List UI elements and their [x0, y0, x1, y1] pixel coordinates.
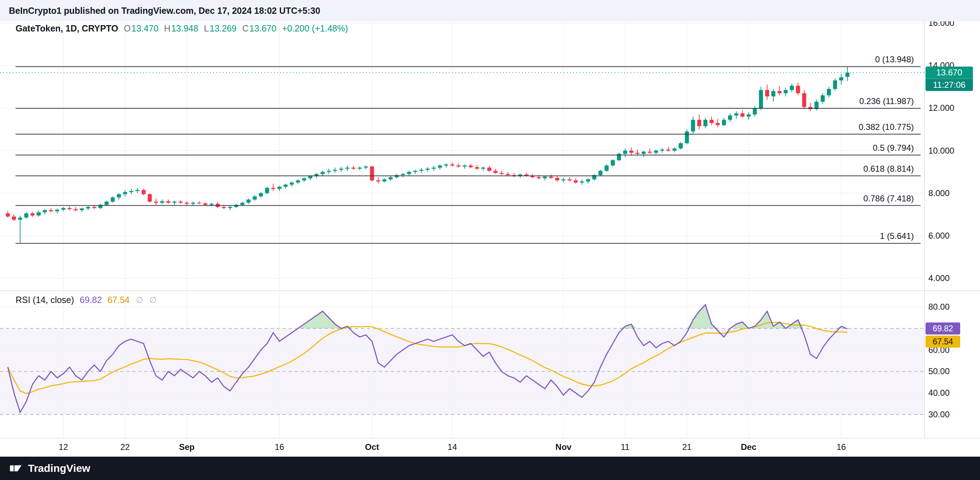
high-label: H — [164, 23, 170, 33]
close-label: C — [242, 23, 249, 33]
last-price-badge: 13.670 11:27:06 — [926, 67, 973, 91]
svg-text:0.382 (10.775): 0.382 (10.775) — [859, 122, 914, 132]
rsi-pane[interactable]: 80.0060.0050.0040.0030.00 — [0, 290, 980, 438]
symbol-title: GateToken, 1D, CRYPTO — [16, 23, 118, 33]
footer-bar: TradingView — [0, 457, 980, 480]
last-price-label: 13.670 — [926, 67, 973, 78]
time-axis-label: 11 — [621, 442, 630, 452]
tradingview-brand: TradingView — [28, 462, 90, 474]
hidden-value-icon[interactable]: ∅ — [150, 295, 157, 305]
time-axis-label: 16 — [836, 442, 846, 452]
svg-text:16.000: 16.000 — [928, 21, 954, 28]
svg-text:0.786 (7.418): 0.786 (7.418) — [863, 194, 914, 203]
tradingview-logo-icon[interactable] — [9, 461, 24, 476]
price-pane[interactable]: 0 (13.948)0.236 (11.987)0.382 (10.775)0.… — [0, 21, 980, 290]
svg-text:6.000: 6.000 — [928, 231, 950, 240]
svg-text:80.00: 80.00 — [928, 302, 950, 311]
time-axis-label: 22 — [120, 442, 130, 452]
publish-text: BeInCrypto1 published on TradingView.com… — [9, 6, 320, 16]
pane-divider[interactable] — [0, 290, 980, 291]
svg-text:12.000: 12.000 — [928, 103, 954, 113]
time-axis-label: Dec — [741, 442, 756, 452]
svg-text:0 (13.948): 0 (13.948) — [875, 54, 914, 64]
svg-text:1 (5.641): 1 (5.641) — [880, 231, 914, 241]
rsi-overbought-fill — [8, 305, 847, 329]
svg-text:50.00: 50.00 — [928, 366, 950, 376]
time-axis-label: 14 — [447, 442, 457, 452]
open-value: 13.470 — [131, 23, 158, 33]
high-group: H13.948 — [164, 23, 199, 33]
open-label: O — [124, 23, 130, 33]
svg-text:4.000: 4.000 — [928, 273, 950, 283]
rsi-ma-legend-value: 67.54 — [108, 295, 130, 305]
publish-banner: BeInCrypto1 published on TradingView.com… — [0, 0, 980, 21]
bar-countdown: 11:27:06 — [926, 78, 973, 91]
rsi-legend-value: 69.82 — [80, 295, 102, 305]
low-label: L — [204, 23, 209, 33]
time-axis[interactable]: 1222Sep16Oct14Nov1121Dec16 — [0, 439, 980, 457]
time-axis-label: 12 — [59, 442, 68, 452]
symbol-legend[interactable]: GateToken, 1D, CRYPTO O13.470 H13.948 L1… — [16, 23, 348, 33]
time-axis-label: Nov — [555, 442, 571, 452]
svg-text:30.00: 30.00 — [928, 410, 950, 419]
rsi-legend[interactable]: RSI (14, close) 69.82 67.54 ∅ ∅ — [16, 295, 157, 305]
price-axis-border — [924, 21, 925, 438]
rsi-legend-title: RSI (14, close) — [16, 295, 74, 305]
change-value: +0.200 (+1.48%) — [282, 23, 348, 33]
time-axis-label: Oct — [365, 442, 379, 452]
close-group: C13.670 — [242, 23, 277, 33]
svg-text:0.236 (11.987): 0.236 (11.987) — [859, 96, 914, 106]
fib-retracement: 0 (13.948)0.236 (11.987)0.382 (10.775)0.… — [16, 54, 921, 243]
svg-text:8.000: 8.000 — [928, 188, 950, 198]
close-value: 13.670 — [250, 23, 276, 33]
high-value: 13.948 — [171, 23, 198, 33]
rsi-ma-value-badge: 67.54 — [926, 336, 960, 348]
low-group: L13.269 — [204, 23, 236, 33]
rsi-value-badge: 69.82 — [926, 322, 960, 335]
svg-text:0.5 (9.794): 0.5 (9.794) — [873, 143, 914, 153]
svg-text:0.618 (8.814): 0.618 (8.814) — [863, 164, 914, 174]
svg-text:10.000: 10.000 — [928, 146, 954, 155]
low-value: 13.269 — [210, 23, 236, 33]
time-axis-label: Sep — [179, 442, 194, 452]
time-axis-label: 21 — [682, 442, 692, 452]
hidden-value-icon[interactable]: ∅ — [136, 295, 143, 305]
svg-text:40.00: 40.00 — [928, 388, 950, 397]
time-axis-label: 16 — [275, 442, 284, 452]
open-group: O13.470 — [124, 23, 159, 33]
